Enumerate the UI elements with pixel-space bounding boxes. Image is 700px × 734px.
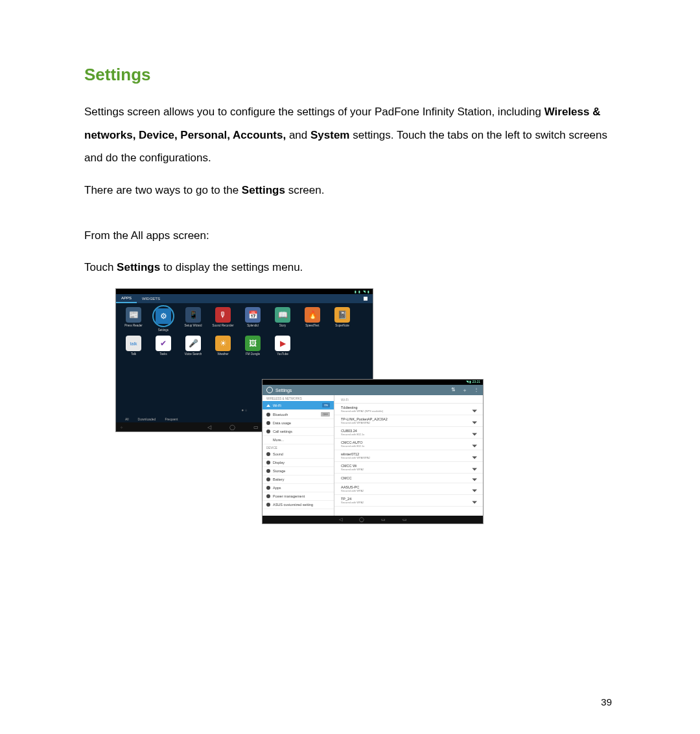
app-icon: ☀ [215,336,231,351]
battery-icon [266,477,270,481]
wifi-security: Secured with WPA2 (WPS available) [341,409,473,413]
app-icon: 🎙 [215,307,231,323]
touch-text-a: Touch [84,261,117,273]
data-icon [266,421,270,425]
sound-label: Sound [273,452,283,456]
nav-recent-icon[interactable]: ▭ [381,517,386,522]
app-label: Weather [212,352,234,356]
status-right: ◥ ▮ 23:21 [466,380,480,384]
sidebar-data-usage[interactable]: Data usage [262,419,334,428]
app-youtube[interactable]: ▶YouTube [272,336,294,356]
app-fm-dongle[interactable]: 🖼FM Dongle [242,336,264,356]
from-apps-paragraph: From the All apps screen: [84,224,616,247]
page-heading: Settings [84,65,616,85]
status-bar: ◥ ▮ 23:21 [262,380,483,385]
sidebar-bluetooth[interactable]: Bluetooth OFF [262,410,334,419]
wifi-security: Secured with WPA2 [341,468,473,471]
app-icon: 📖 [275,307,290,323]
app-label: Voice Search [182,352,204,356]
app-tasks[interactable]: ✔Tasks [152,336,174,356]
more-label: More... [273,438,284,442]
nav-back-icon[interactable]: ◁ [207,424,211,430]
app-label: SuperNote [331,324,353,327]
app-label: Setup Wizard [182,324,204,327]
app-icon: 🎤 [185,336,201,351]
app-speedtest[interactable]: 🔥SpeedTest [301,307,323,332]
bluetooth-label: Bluetooth [273,413,288,417]
filter-all[interactable]: All [125,417,129,421]
app-sound-recorder[interactable]: 🎙Sound Recorder [212,307,234,332]
intro-bold-system: System [310,129,349,141]
app-settings[interactable]: ⚙Settings [152,307,174,332]
app-icon: talk [126,336,141,351]
sidebar-power[interactable]: Power management [262,492,334,501]
filter-downloaded[interactable]: Downloaded [138,417,156,421]
wifi-security: Secured with 802.1x [341,444,473,448]
sidebar-battery[interactable]: Battery [262,476,334,484]
settings-sidebar: WIRELESS & NETWORKS Wi-Fi ON Bluetooth O… [262,395,334,516]
nav-home-icon[interactable]: ◯ [359,517,364,522]
screenshot-icon[interactable]: ✧ [120,425,123,430]
app-splendid[interactable]: 📅Splendid [242,307,264,332]
overflow-icon[interactable]: ⋮ [474,387,479,394]
wifi-network[interactable]: TP-LINK_PocketAP_A2C0A2Secured with WPA/… [334,415,483,427]
wifi-network[interactable]: CMCC◢ [334,474,483,483]
apps-label: Apps [273,486,281,490]
filter-frequent[interactable]: Frequent [165,417,178,421]
wifi-network[interactable]: CMCC-AUTOSecured with 802.1x◢ [334,439,483,450]
app-talk[interactable]: talkTalk [122,336,145,356]
sidebar-apps[interactable]: Apps [262,484,334,492]
wifi-network[interactable]: wlinter0712Secured with WPA/WPA2◢ [334,450,483,462]
wifi-network[interactable]: TddtestingSecured with WPA2 (WPS availab… [334,404,483,415]
sidebar-wifi[interactable]: Wi-Fi ON [262,401,334,410]
sidebar-display[interactable]: Display [262,459,334,467]
nav-back-icon[interactable]: ◁ [339,517,342,522]
wifi-security: Secured with WPA2 [341,489,473,492]
add-icon[interactable]: ＋ [462,387,467,394]
scan-icon[interactable]: ⇅ [451,387,456,394]
nav-extra-icon[interactable]: ▭ [402,517,407,522]
nav-home-icon[interactable]: ◯ [229,424,235,430]
app-icon: 🔥 [305,307,320,323]
app-story[interactable]: 📖Story [272,307,294,332]
wifi-security: Secured with WPA/WPA2 [341,456,473,459]
screenshots-area: ▮ ▮ ◥ ▮ APPS WIDGETS 📰Press Reader⚙Setti… [84,288,616,547]
sidebar-asus-custom[interactable]: ASUS customized setting [262,501,334,509]
ways-text-a: There are two ways to go to the [84,184,242,196]
wifi-security: Secured with 802.1x [341,433,473,436]
tab-apps[interactable]: APPS [116,294,137,303]
settings-screenshot: ◥ ▮ 23:21 Settings ⇅ ＋ ⋮ WIRELESS & NETW… [262,379,484,524]
wifi-icon [266,404,270,407]
wifi-network[interactable]: TP_24Secured with WPA2◢ [334,495,483,507]
apps-grid: 📰Press Reader⚙Settings📱Setup Wizard🎙Soun… [116,303,373,363]
settings-header: Settings ⇅ ＋ ⋮ [262,385,483,395]
intro-text-and: and [289,129,310,141]
app-supernote[interactable]: 📓SuperNote [331,307,353,332]
status-icons: ▮ ▮ ◥ ▮ [355,290,370,293]
wifi-panel-header: Wi-Fi [334,395,483,404]
bluetooth-toggle[interactable]: OFF [321,412,330,417]
sidebar-sound[interactable]: Sound [262,450,334,459]
call-label: Call settings [273,430,292,433]
nav-recent-icon[interactable]: ▭ [253,424,259,430]
sidebar-call-settings[interactable]: Call settings [262,428,334,436]
wifi-network[interactable]: AASUS-PCSecured with WPA2◢ [334,483,483,495]
touch-bold: Settings [117,261,160,273]
sidebar-storage[interactable]: Storage [262,467,334,476]
app-voice-search[interactable]: 🎤Voice Search [182,336,204,356]
app-setup-wizard[interactable]: 📱Setup Wizard [182,307,204,332]
power-label: Power management [273,494,305,498]
app-label: Story [272,324,294,327]
app-label: Sound Recorder [212,324,234,327]
tab-widgets[interactable]: WIDGETS [137,297,165,301]
page-number: 39 [84,696,616,707]
sound-icon [266,452,270,456]
store-button[interactable] [364,297,373,301]
wifi-network[interactable]: CU803.24Secured with 802.1x◢ [334,427,483,439]
display-label: Display [273,461,285,464]
wifi-network[interactable]: CMCC WiSecured with WPA2◢ [334,462,483,474]
sidebar-more[interactable]: More... [262,436,334,444]
app-weather[interactable]: ☀Weather [212,336,234,356]
wifi-toggle[interactable]: ON [322,403,330,407]
app-press-reader[interactable]: 📰Press Reader [122,307,145,332]
